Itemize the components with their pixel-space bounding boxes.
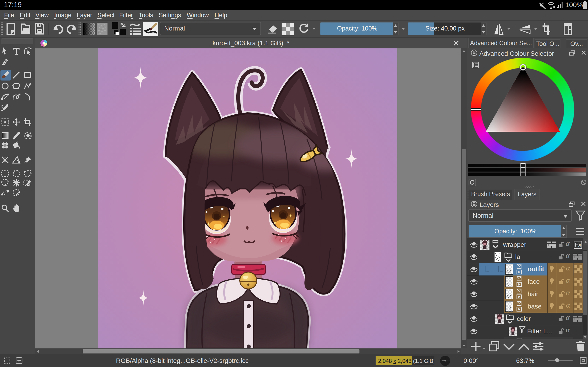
svg-text:Fx: Fx [575, 242, 582, 248]
